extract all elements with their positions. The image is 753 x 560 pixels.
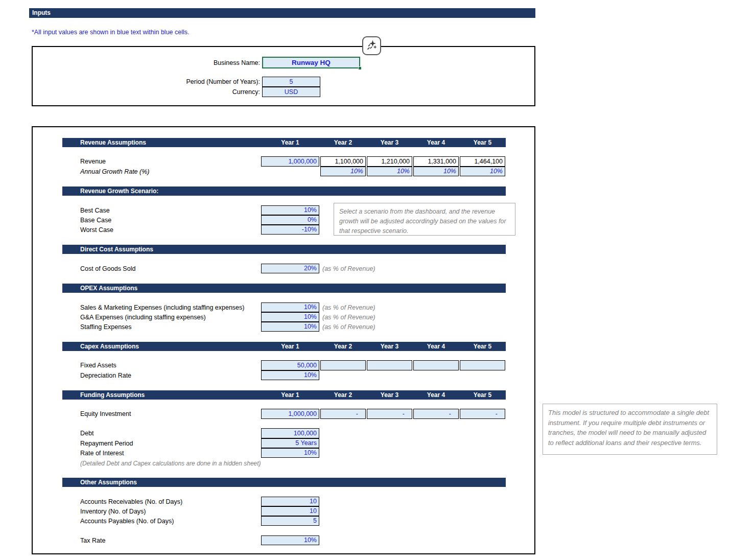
period-label: Period (Number of Years): bbox=[33, 78, 260, 85]
section-bar-capex: Capex Assumptions Year 1 Year 2 Year 3 Y… bbox=[62, 342, 506, 351]
growth-rate-label: Annual Growth Rate (%) bbox=[62, 168, 261, 175]
year-header-1: Year 1 bbox=[261, 390, 320, 400]
equity-y1-cell[interactable]: 1,000,000 bbox=[261, 409, 319, 419]
quick-analysis-button[interactable] bbox=[362, 36, 381, 55]
growth-y3-cell[interactable]: 10% bbox=[367, 167, 412, 176]
fixed-assets-y3-cell[interactable] bbox=[367, 360, 412, 370]
revenue-y5-cell[interactable]: 1,464,100 bbox=[460, 156, 505, 167]
revenue-y3-cell[interactable]: 1,210,000 bbox=[367, 156, 412, 167]
section-bar-other: Other Assumptions bbox=[62, 478, 506, 487]
inventory-label: Inventory (No. of Days) bbox=[62, 508, 261, 515]
receivables-cell[interactable]: 10 bbox=[261, 497, 319, 506]
repayment-cell[interactable]: 5 Years bbox=[261, 438, 319, 448]
year-header-4: Year 4 bbox=[413, 342, 459, 351]
depreciation-row: Depreciation Rate 10% bbox=[62, 370, 506, 380]
hidden-sheet-note: (Detailed Debt and Capex calculations ar… bbox=[62, 460, 506, 468]
section-bar-revenue: Revenue Assumptions Year 1 Year 2 Year 3… bbox=[62, 138, 506, 147]
section-bar-opex: OPEX Assumptions bbox=[62, 284, 506, 293]
fixed-assets-label: Fixed Assets bbox=[62, 362, 261, 369]
revenue-label: Revenue bbox=[62, 158, 261, 165]
staffing-expenses-cell[interactable]: 10% bbox=[261, 322, 319, 332]
fixed-assets-y1-cell[interactable]: 50,000 bbox=[261, 360, 319, 370]
assumptions-box: Revenue Assumptions Year 1 Year 2 Year 3… bbox=[32, 126, 535, 554]
cogs-suffix: (as % of Revenue) bbox=[320, 265, 506, 272]
year-header-3: Year 3 bbox=[366, 138, 413, 147]
ga-expenses-cell[interactable]: 10% bbox=[261, 312, 319, 322]
year-header-1: Year 1 bbox=[261, 342, 320, 351]
section-title-other: Other Assumptions bbox=[62, 478, 261, 487]
cogs-row: Cost of Goods Sold 20% (as % of Revenue) bbox=[62, 264, 506, 273]
growth-y4-cell[interactable]: 10% bbox=[413, 167, 459, 176]
depreciation-label: Depreciation Rate bbox=[62, 372, 261, 379]
revenue-y2-cell[interactable]: 1,100,000 bbox=[320, 156, 366, 167]
base-case-label: Base Case bbox=[62, 217, 261, 224]
section-title-scenario: Revenue Growth Scenario: bbox=[62, 186, 261, 196]
interest-cell[interactable]: 10% bbox=[261, 448, 319, 458]
repayment-label: Repayment Period bbox=[62, 440, 261, 447]
input-convention-note: *All input values are shown in blue text… bbox=[32, 29, 190, 36]
year-header-4: Year 4 bbox=[413, 138, 459, 147]
year-header-5: Year 5 bbox=[459, 138, 506, 147]
base-case-cell[interactable]: 0% bbox=[261, 215, 319, 225]
tax-rate-cell[interactable]: 10% bbox=[261, 535, 319, 545]
debt-instrument-note: This model is structured to accommodate … bbox=[543, 404, 717, 455]
fixed-assets-y5-cell[interactable] bbox=[460, 360, 505, 370]
sales-marketing-row: Sales & Marketing Expenses (including st… bbox=[62, 302, 506, 312]
fixed-assets-y4-cell[interactable] bbox=[413, 360, 459, 370]
year-header-5: Year 5 bbox=[459, 390, 506, 400]
equity-y5-cell[interactable]: - bbox=[460, 409, 505, 419]
payables-label: Accounts Payables (No. of Days) bbox=[62, 518, 261, 525]
equity-y2-cell[interactable]: - bbox=[320, 409, 366, 419]
equity-y3-cell[interactable]: - bbox=[367, 409, 412, 419]
cogs-cell[interactable]: 20% bbox=[261, 264, 319, 273]
receivables-label: Accounts Receivables (No. of Days) bbox=[62, 498, 261, 505]
year-header-3: Year 3 bbox=[366, 390, 413, 400]
sales-marketing-cell[interactable]: 10% bbox=[261, 302, 319, 312]
equity-y4-cell[interactable]: - bbox=[413, 409, 459, 419]
sales-marketing-label: Sales & Marketing Expenses (including st… bbox=[62, 304, 261, 311]
tax-rate-label: Tax Rate bbox=[62, 537, 261, 544]
receivables-row: Accounts Receivables (No. of Days) 10 bbox=[62, 497, 506, 506]
cogs-label: Cost of Goods Sold bbox=[62, 265, 261, 272]
inventory-cell[interactable]: 10 bbox=[261, 506, 319, 516]
debt-cell[interactable]: 100,000 bbox=[261, 428, 319, 438]
fixed-assets-row: Fixed Assets 50,000 bbox=[62, 360, 506, 370]
revenue-y1-cell[interactable]: 1,000,000 bbox=[261, 156, 319, 167]
equity-label: Equity Investment bbox=[62, 410, 261, 417]
section-title-opex: OPEX Assumptions bbox=[62, 284, 261, 293]
section-title-funding: Funding Assumptions bbox=[62, 390, 261, 400]
staffing-expenses-row: Staffing Expenses 10% (as % of Revenue) bbox=[62, 322, 506, 332]
year-header-2: Year 2 bbox=[320, 390, 366, 400]
fixed-assets-y2-cell[interactable] bbox=[320, 360, 366, 370]
setup-box: Business Name: Runway HQ Period (Number … bbox=[32, 46, 535, 106]
year-header-3: Year 3 bbox=[366, 342, 413, 351]
section-bar-scenario: Revenue Growth Scenario: bbox=[62, 186, 506, 196]
interest-row: Rate of Interest 10% bbox=[62, 448, 506, 458]
worst-case-label: Worst Case bbox=[62, 226, 261, 234]
selection-fill-handle[interactable] bbox=[358, 66, 362, 70]
worst-case-cell[interactable]: -10% bbox=[261, 225, 319, 235]
year-header-5: Year 5 bbox=[459, 342, 506, 351]
business-name-input[interactable]: Runway HQ bbox=[262, 57, 360, 68]
payables-cell[interactable]: 5 bbox=[261, 516, 319, 526]
section-bar-funding: Funding Assumptions Year 1 Year 2 Year 3… bbox=[62, 390, 506, 400]
currency-label: Currency: bbox=[33, 88, 260, 96]
growth-y2-cell[interactable]: 10% bbox=[320, 167, 366, 176]
depreciation-cell[interactable]: 10% bbox=[261, 370, 319, 380]
growth-y5-cell[interactable]: 10% bbox=[460, 167, 505, 176]
year-header-4: Year 4 bbox=[413, 390, 459, 400]
payables-row: Accounts Payables (No. of Days) 5 bbox=[62, 516, 506, 526]
inventory-row: Inventory (No. of Days) 10 bbox=[62, 506, 506, 516]
section-bar-direct-cost: Direct Cost Assumptions bbox=[62, 245, 506, 254]
year-header-1: Year 1 bbox=[261, 138, 320, 147]
revenue-row: Revenue 1,000,000 1,100,000 1,210,000 1,… bbox=[62, 156, 506, 167]
scenario-note: Select a scenario from the dashboard, an… bbox=[334, 203, 515, 236]
best-case-cell[interactable]: 10% bbox=[261, 205, 319, 215]
staffing-expenses-label: Staffing Expenses bbox=[62, 323, 261, 331]
period-input[interactable]: 5 bbox=[262, 77, 320, 87]
revenue-y4-cell[interactable]: 1,331,000 bbox=[413, 156, 459, 167]
section-title-direct-cost: Direct Cost Assumptions bbox=[62, 245, 261, 254]
page-title: Inputs bbox=[32, 9, 51, 16]
debt-label: Debt bbox=[62, 430, 261, 437]
currency-input[interactable]: USD bbox=[262, 87, 320, 97]
